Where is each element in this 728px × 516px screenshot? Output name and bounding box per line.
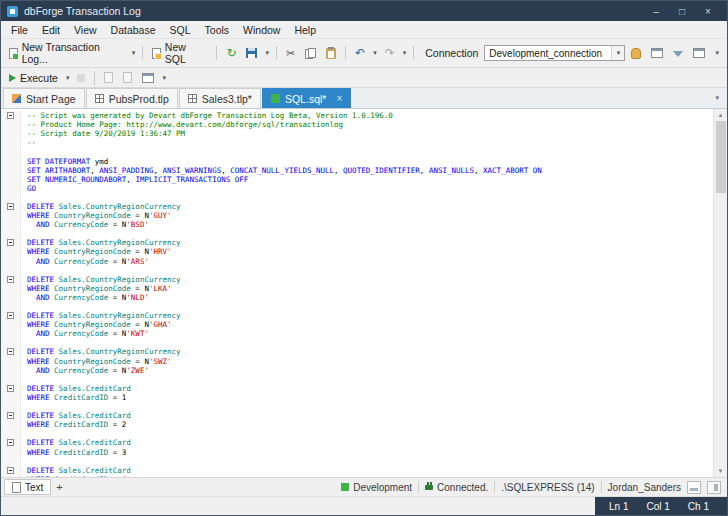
minimize-button[interactable]: –	[643, 1, 669, 21]
fold-marker[interactable]	[1, 438, 21, 447]
query-plan-button[interactable]	[119, 70, 136, 85]
menu-edit[interactable]: Edit	[35, 22, 67, 38]
code-line[interactable]: DELETE Sales.CreditCard	[1, 466, 713, 475]
redo-dropdown[interactable]: ▾	[401, 47, 409, 59]
code-line[interactable]: WHERE CreditCardID = 3	[1, 447, 713, 456]
code-line[interactable]: WHERE CreditCardID = 1	[1, 393, 713, 402]
execute-dropdown[interactable]: ▾	[64, 72, 72, 84]
code-line[interactable]: DELETE Sales.CountryRegionCurrency	[1, 202, 713, 211]
save-button[interactable]	[242, 46, 261, 60]
collapse-icon[interactable]	[7, 312, 14, 319]
layout-button[interactable]	[689, 46, 709, 60]
collapse-icon[interactable]	[7, 412, 14, 419]
code-line[interactable]: --	[1, 138, 713, 147]
code-line[interactable]: DELETE Sales.CreditCard	[1, 438, 713, 447]
code-line[interactable]: DELETE Sales.CountryRegionCurrency	[1, 311, 713, 320]
tab-pubsprod-tlp[interactable]: PubsProd.tlp	[86, 88, 178, 108]
redo-button[interactable]: ↷	[381, 45, 399, 61]
undo-dropdown[interactable]: ▾	[371, 47, 379, 59]
fold-marker[interactable]	[1, 384, 21, 393]
code-line[interactable]: DELETE Sales.CreditCard	[1, 411, 713, 420]
code-line[interactable]	[1, 266, 713, 275]
query-options-dropdown[interactable]: ▾	[160, 72, 168, 84]
status-server[interactable]: .\SQLEXPRESS (14)	[501, 482, 594, 493]
fold-marker[interactable]	[1, 466, 21, 475]
collapse-icon[interactable]	[7, 239, 14, 246]
text-view-tab[interactable]: Text	[4, 479, 51, 495]
stop-button[interactable]	[73, 72, 89, 84]
copy-button[interactable]	[301, 46, 320, 61]
tab-start-page[interactable]: Start Page	[3, 88, 85, 108]
fold-marker[interactable]	[1, 311, 21, 320]
sql-editor[interactable]: -- Script was generated by Devart dbForg…	[1, 109, 727, 477]
fold-marker[interactable]	[1, 238, 21, 247]
undo-button[interactable]: ↶	[351, 45, 369, 61]
collapse-icon[interactable]	[7, 467, 14, 474]
menu-help[interactable]: Help	[287, 22, 323, 38]
code-line[interactable]: -- Script date 9/20/2019 1:36:47 PM	[1, 129, 713, 138]
tab-sql-sql[interactable]: SQL.sql*×	[262, 88, 351, 108]
filter-button[interactable]	[669, 47, 687, 59]
fold-marker[interactable]	[1, 411, 21, 420]
query-options-button[interactable]	[138, 71, 158, 85]
code-line[interactable]	[1, 457, 713, 466]
menu-database[interactable]: Database	[104, 22, 163, 38]
dock-bottom-button[interactable]	[687, 481, 701, 494]
new-transaction-log-button[interactable]: New Transaction Log...	[5, 39, 128, 67]
code-line[interactable]	[1, 402, 713, 411]
maximize-button[interactable]: □	[669, 1, 695, 21]
status-user[interactable]: Jordan_Sanders	[608, 482, 681, 493]
save-dropdown[interactable]: ▾	[263, 47, 271, 59]
connection-combobox-arrow-icon[interactable]: ▾	[611, 46, 624, 60]
scroll-up-icon[interactable]: ▲	[718, 110, 724, 120]
code-line[interactable]	[1, 338, 713, 347]
code-line[interactable]: DELETE Sales.CountryRegionCurrency	[1, 238, 713, 247]
connection-combobox[interactable]: Development_connection ▾	[484, 45, 625, 61]
editor-code[interactable]: -- Script was generated by Devart dbForg…	[1, 109, 713, 477]
code-line[interactable]: DELETE Sales.CountryRegionCurrency	[1, 275, 713, 284]
fold-marker[interactable]	[1, 202, 21, 211]
new-sql-button[interactable]: New SQL	[148, 39, 211, 67]
toolbar-overflow-button[interactable]: ▾	[713, 47, 721, 59]
paste-button[interactable]	[322, 46, 340, 61]
add-view-button[interactable]: +	[51, 481, 67, 493]
collapse-icon[interactable]	[7, 276, 14, 283]
vertical-scrollbar[interactable]: ▲ ▼	[713, 109, 727, 477]
status-connected[interactable]: Connected.	[425, 482, 488, 493]
code-line[interactable]	[1, 375, 713, 384]
code-line[interactable]: WHERE CountryRegionCode = N'GUY'	[1, 211, 713, 220]
menu-window[interactable]: Window	[236, 22, 287, 38]
fold-marker[interactable]	[1, 111, 21, 120]
collapse-icon[interactable]	[7, 203, 14, 210]
code-line[interactable]: AND CurrencyCode = N'ARS'	[1, 257, 713, 266]
code-line[interactable]: GO	[1, 184, 713, 193]
close-button[interactable]: ×	[695, 1, 721, 21]
code-line[interactable]: AND CurrencyCode = N'ZWE'	[1, 366, 713, 375]
menu-file[interactable]: File	[4, 22, 35, 38]
collapse-icon[interactable]	[7, 385, 14, 392]
code-line[interactable]: SET DATEFORMAT ymd	[1, 156, 713, 165]
new-window-button[interactable]	[647, 46, 667, 60]
code-line[interactable]: DELETE Sales.CountryRegionCurrency	[1, 347, 713, 356]
code-line[interactable]: SET NUMERIC_ROUNDABORT, IMPLICIT_TRANSAC…	[1, 175, 713, 184]
code-line[interactable]: AND CurrencyCode = N'NLD'	[1, 293, 713, 302]
code-line[interactable]	[1, 193, 713, 202]
results-pane-button[interactable]	[100, 70, 117, 85]
code-line[interactable]: AND CurrencyCode = N'BSD'	[1, 220, 713, 229]
refresh-button[interactable]: ↻	[222, 45, 240, 61]
code-line[interactable]: SET ARITHABORT, ANSI_PADDING, ANSI_WARNI…	[1, 166, 713, 175]
code-line[interactable]: WHERE CountryRegionCode = N'SWZ'	[1, 357, 713, 366]
code-line[interactable]	[1, 429, 713, 438]
code-line[interactable]: WHERE CountryRegionCode = N'GHA'	[1, 320, 713, 329]
tab-close-icon[interactable]: ×	[336, 93, 342, 104]
code-line[interactable]: -- Script was generated by Devart dbForg…	[1, 111, 713, 120]
new-transaction-log-dropdown[interactable]: ▾	[130, 47, 138, 59]
scroll-down-icon[interactable]: ▼	[718, 466, 724, 476]
menu-view[interactable]: View	[67, 22, 104, 38]
tab-list-dropdown[interactable]: ▾	[715, 94, 727, 108]
code-line[interactable]	[1, 229, 713, 238]
execute-button[interactable]: Execute	[5, 70, 62, 86]
code-line[interactable]: WHERE CreditCardID = 2	[1, 420, 713, 429]
collapse-icon[interactable]	[7, 439, 14, 446]
dock-right-button[interactable]	[707, 481, 721, 494]
